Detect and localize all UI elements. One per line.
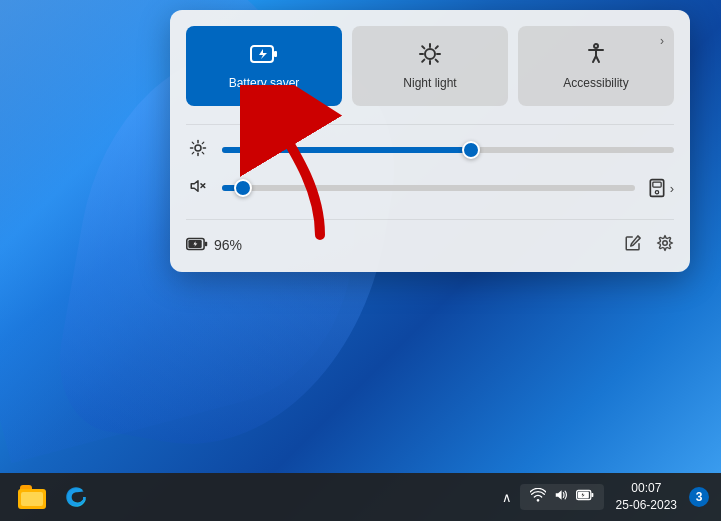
svg-rect-1 (274, 51, 277, 57)
sliders-section: › (186, 124, 674, 219)
svg-point-26 (655, 191, 658, 194)
brightness-thumb[interactable] (462, 141, 480, 159)
volume-device-button[interactable]: › (647, 178, 674, 198)
clock-area[interactable]: 00:07 25-06-2023 (606, 480, 687, 514)
battery-info: 96% (186, 236, 242, 255)
quick-tiles-row: Battery saver Night light (186, 26, 674, 106)
accessibility-label: Accessibility (563, 76, 628, 90)
file-explorer-icon (18, 485, 46, 509)
taskbar-app-edge[interactable] (56, 477, 96, 517)
edit-button[interactable] (624, 234, 642, 256)
edge-browser-icon (63, 484, 89, 510)
tray-icons-group[interactable] (520, 484, 604, 510)
tray-overflow-button[interactable]: ∧ (496, 486, 518, 509)
svg-line-8 (436, 60, 438, 62)
svg-line-10 (436, 46, 438, 48)
battery-saver-icon (250, 42, 278, 70)
tray-chevron-icon: ∧ (502, 490, 512, 505)
taskbar: ∧ (0, 473, 721, 521)
brightness-slider-row (186, 139, 674, 161)
notification-badge[interactable]: 3 (689, 487, 709, 507)
battery-status-icon (186, 236, 208, 255)
volume-slider[interactable] (222, 185, 635, 191)
battery-saver-label: Battery saver (229, 76, 300, 90)
tile-accessibility[interactable]: › Accessibility (518, 26, 674, 106)
night-light-label: Night light (403, 76, 456, 90)
svg-marker-34 (555, 490, 561, 499)
volume-slider-row: › (186, 177, 674, 199)
settings-button[interactable] (656, 234, 674, 256)
system-tray: ∧ (496, 480, 709, 514)
volume-mute-icon (186, 177, 210, 199)
volume-chevron: › (670, 181, 674, 196)
brightness-slider[interactable] (222, 147, 674, 153)
tile-battery-saver[interactable]: Battery saver (186, 26, 342, 106)
brightness-icon (186, 139, 210, 161)
accessibility-chevron: › (660, 34, 664, 48)
svg-rect-27 (652, 182, 660, 187)
accessibility-icon (584, 42, 608, 70)
svg-line-20 (192, 152, 194, 154)
svg-line-19 (202, 152, 204, 154)
clock-time: 00:07 (631, 480, 661, 497)
night-light-icon (418, 42, 442, 70)
bottom-right-icons (624, 234, 674, 256)
svg-point-11 (594, 44, 598, 48)
svg-rect-36 (591, 493, 593, 497)
svg-line-9 (422, 60, 424, 62)
tile-night-light[interactable]: Night light (352, 26, 508, 106)
clock-date: 25-06-2023 (616, 497, 677, 514)
volume-tray-icon (554, 488, 568, 506)
quick-settings-panel: Battery saver Night light (170, 10, 690, 272)
svg-point-2 (425, 49, 435, 59)
svg-point-13 (195, 145, 201, 151)
brightness-fill (222, 147, 471, 153)
wifi-tray-icon (530, 488, 546, 506)
battery-tray-icon (576, 488, 594, 506)
taskbar-apps (12, 477, 496, 517)
bottom-bar: 96% (186, 219, 674, 256)
svg-point-31 (663, 241, 668, 246)
svg-rect-29 (205, 241, 207, 246)
taskbar-app-file-explorer[interactable] (12, 477, 52, 517)
battery-percentage: 96% (214, 237, 242, 253)
svg-line-18 (192, 142, 194, 144)
volume-thumb[interactable] (234, 179, 252, 197)
svg-marker-22 (191, 181, 198, 192)
svg-line-7 (422, 46, 424, 48)
svg-line-21 (202, 142, 204, 144)
